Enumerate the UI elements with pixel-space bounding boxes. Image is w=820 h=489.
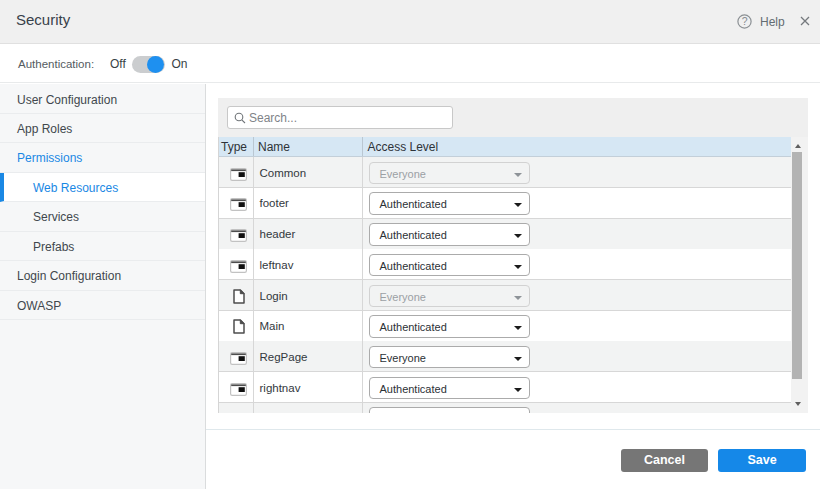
svg-text:?: ? — [742, 15, 748, 27]
